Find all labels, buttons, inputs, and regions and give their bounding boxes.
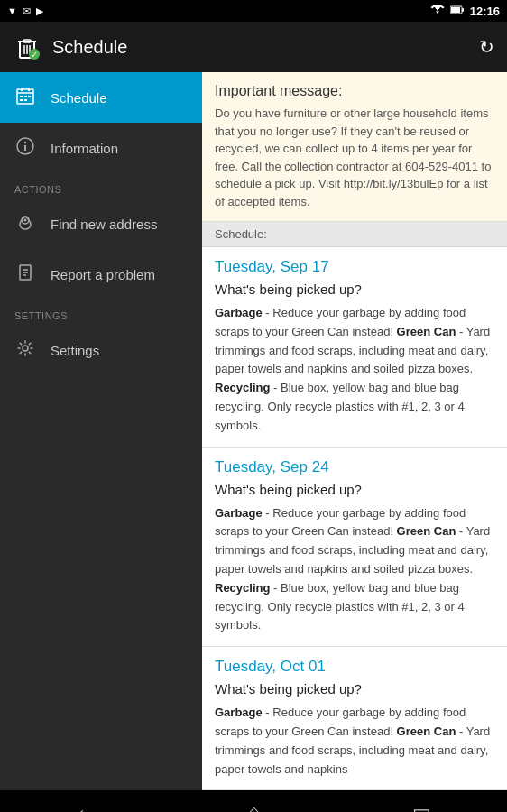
wifi-icon	[430, 5, 445, 18]
entry-date: Tuesday, Sep 24	[215, 458, 494, 476]
schedule-entry: Tuesday, Sep 17What's being picked up?Ga…	[202, 247, 507, 448]
svg-rect-16	[24, 96, 27, 97]
important-message-title: Important message:	[215, 83, 494, 99]
time-display: 12:16	[470, 5, 500, 18]
svg-rect-19	[24, 99, 27, 101]
entry-question: What's being picked up?	[215, 681, 494, 697]
sidebar-item-information[interactable]: Information	[0, 123, 202, 173]
entry-details: Garbage - Reduce your garbage by adding …	[215, 704, 494, 779]
sidebar-item-report-problem-label: Report a problem	[51, 267, 155, 282]
home-button[interactable]: ⌂	[248, 800, 260, 812]
entry-date: Tuesday, Oct 01	[215, 658, 494, 676]
sidebar-item-schedule[interactable]: Schedule	[0, 72, 202, 123]
svg-point-29	[23, 346, 28, 351]
important-message: Important message: Do you have furniture…	[202, 72, 507, 222]
sidebar-item-information-label: Information	[51, 141, 118, 156]
main-layout: Schedule Information ACTIONS	[0, 72, 507, 790]
schedule-entry: Tuesday, Sep 24What's being picked up?Ga…	[202, 448, 507, 648]
svg-rect-15	[20, 96, 23, 97]
refresh-button[interactable]: ↻	[479, 36, 494, 58]
recent-apps-button[interactable]: ▭	[412, 800, 431, 812]
actions-section-label: ACTIONS	[0, 173, 202, 198]
svg-rect-18	[20, 99, 23, 101]
schedule-label: Schedule:	[215, 227, 267, 241]
entry-question: What's being picked up?	[215, 281, 494, 297]
svg-text:✓: ✓	[31, 50, 38, 60]
bottom-nav-bar: ← ⌂ ▭	[0, 790, 507, 812]
calendar-icon	[14, 87, 36, 109]
important-message-text: Do you have furniture or other large hou…	[215, 105, 494, 210]
top-bar-left: ✓ Schedule	[13, 32, 127, 61]
svg-point-22	[24, 141, 26, 143]
schedule-label-bar: Schedule:	[202, 222, 507, 247]
sidebar: Schedule Information ACTIONS	[0, 72, 202, 790]
back-button[interactable]: ←	[76, 800, 96, 812]
gear-icon	[14, 339, 36, 362]
info-icon	[14, 137, 36, 160]
location-icon	[14, 213, 36, 235]
media-icon: ▶	[36, 5, 43, 17]
schedule-entry: Tuesday, Oct 01What's being picked up?Ga…	[202, 647, 507, 790]
svg-point-24	[24, 218, 27, 221]
content-area: Important message: Do you have furniture…	[202, 72, 507, 790]
sidebar-item-find-address[interactable]: Find new address	[0, 198, 202, 249]
app-title: Schedule	[52, 37, 127, 58]
schedule-entries-container: Tuesday, Sep 17What's being picked up?Ga…	[202, 247, 507, 790]
notification-icon: ▼	[7, 5, 17, 16]
sidebar-item-settings[interactable]: Settings	[0, 325, 202, 375]
entry-details: Garbage - Reduce your garbage by adding …	[215, 504, 494, 636]
app-icon: ✓	[13, 32, 41, 61]
battery-icon	[450, 5, 465, 17]
document-icon	[14, 263, 36, 286]
status-right-icons: 12:16	[430, 5, 500, 18]
sidebar-item-find-address-label: Find new address	[51, 217, 157, 232]
entry-date: Tuesday, Sep 17	[215, 258, 494, 276]
entry-question: What's being picked up?	[215, 482, 494, 497]
status-left-icons: ▼ ✉ ▶	[7, 5, 43, 17]
entry-details: Garbage - Reduce your garbage by adding …	[215, 304, 494, 436]
gmail-icon: ✉	[23, 5, 31, 17]
sidebar-item-settings-label: Settings	[51, 343, 99, 358]
top-bar: ✓ Schedule ↻	[0, 22, 507, 72]
svg-rect-17	[28, 96, 31, 97]
status-bar: ▼ ✉ ▶ 12:16	[0, 0, 507, 22]
svg-rect-2	[462, 8, 464, 12]
sidebar-item-report-problem[interactable]: Report a problem	[0, 249, 202, 300]
svg-rect-1	[451, 7, 460, 13]
settings-section-label: SETTINGS	[0, 300, 202, 325]
sidebar-item-schedule-label: Schedule	[51, 90, 107, 106]
